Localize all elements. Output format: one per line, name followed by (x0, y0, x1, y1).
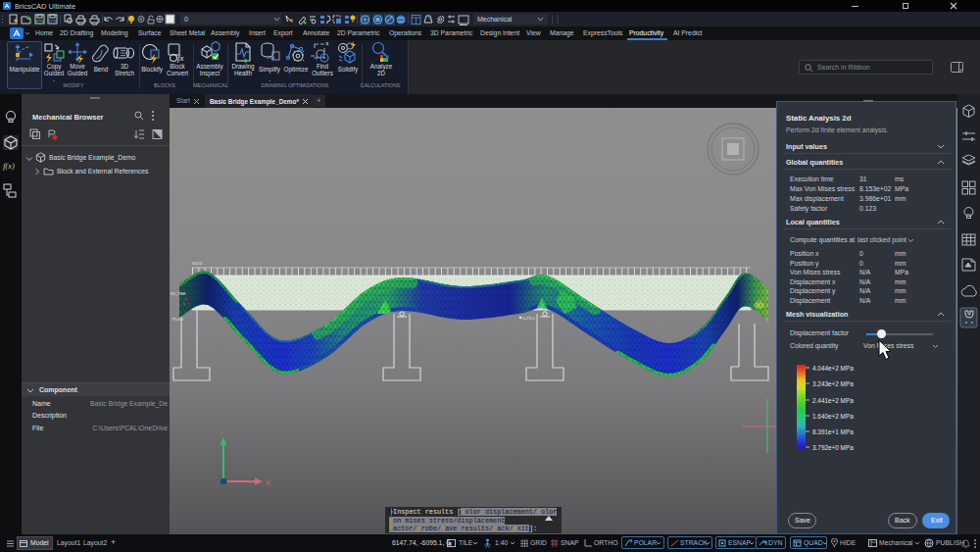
svg-text:MODIFY: MODIFY (64, 82, 84, 88)
svg-text:Guided: Guided (44, 70, 65, 76)
svg-text:DRAWING OPTIMIZATIONS: DRAWING OPTIMIZATIONS (262, 82, 329, 88)
svg-text:MECHANICAL: MECHANICAL (193, 82, 227, 88)
svg-text:fx: fx (177, 53, 184, 63)
svg-text:NO_TIME: NO_TIME (171, 292, 186, 296)
svg-text:Outliers: Outliers (312, 70, 333, 76)
svg-text:Blockify: Blockify (141, 66, 164, 74)
svg-text:-: - (53, 76, 55, 83)
svg-text:Convert: Convert (167, 70, 188, 76)
svg-text:CALCULATIONS: CALCULATIONS (361, 82, 401, 88)
svg-text:2.441e+2 MPa: 2.441e+2 MPa (812, 397, 854, 404)
svg-text:Simplify: Simplify (259, 66, 281, 74)
svg-text:Solidify: Solidify (338, 66, 359, 74)
svg-text:BLOCKS: BLOCKS (154, 82, 175, 88)
svg-text:Block: Block (170, 63, 185, 70)
svg-text:f(x): f(x) (3, 161, 15, 171)
svg-text:Bend: Bend (94, 66, 109, 73)
svg-text:SOLID: SOLID (192, 262, 203, 266)
svg-text:3.792e+0 MPa: 3.792e+0 MPa (812, 444, 854, 451)
svg-text:Manipulate: Manipulate (10, 66, 40, 74)
svg-text:X: X (266, 478, 271, 487)
svg-text:8.391e+1 MPa: 8.391e+1 MPa (812, 428, 854, 435)
svg-text:3D: 3D (121, 63, 129, 70)
svg-text:0: 0 (184, 16, 188, 23)
svg-text:Y: Y (220, 428, 225, 437)
svg-text:Find: Find (317, 63, 329, 70)
svg-text:Stretch: Stretch (115, 70, 134, 76)
svg-text:P1=P.0: P1=P.0 (172, 318, 183, 322)
svg-text:Move: Move (70, 63, 85, 70)
svg-text:Inspect: Inspect (200, 70, 220, 77)
svg-text:2D: 2D (377, 70, 386, 76)
svg-text:4.044e+2 MPa: 4.044e+2 MPa (812, 365, 854, 372)
svg-text:Mechanical: Mechanical (477, 16, 513, 23)
svg-text:3.243e+2 MPa: 3.243e+2 MPa (812, 380, 854, 387)
svg-text:Guided: Guided (68, 70, 88, 76)
svg-text:0+275.0: 0+275.0 (522, 317, 535, 321)
svg-text:Health: Health (234, 70, 253, 76)
svg-text:Optimize: Optimize (284, 66, 309, 74)
svg-text:1.640e+2 MPa: 1.640e+2 MPa (812, 413, 854, 420)
